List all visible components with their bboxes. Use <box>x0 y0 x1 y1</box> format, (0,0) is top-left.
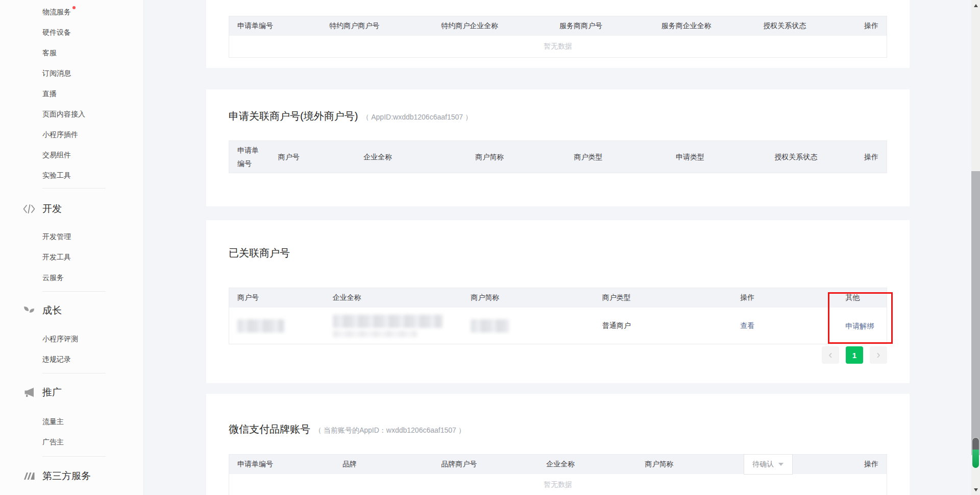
sidebar-item-traffic-owner[interactable]: 流量主 <box>0 411 143 432</box>
apply-unbind-link[interactable]: 申请解绑 <box>845 319 874 333</box>
col-company-name: 企业全称 <box>325 293 462 302</box>
col-merchant-type: 商户类型 <box>594 293 732 302</box>
sidebar-item-cloud-service[interactable]: 云服务 <box>0 267 143 288</box>
sidebar-item-label: 硬件设备 <box>42 28 71 36</box>
sidebar-item-label: 开发工具 <box>42 253 71 261</box>
section-title: 微信支付品牌账号 <box>229 422 310 436</box>
sidebar-item-label: 流量主 <box>42 417 64 426</box>
col-merchant-id: 商户号 <box>270 150 355 163</box>
sidebar-group-third-party[interactable]: 第三方服务 <box>0 466 143 486</box>
sidebar-item-dev-manage[interactable]: 开发管理 <box>0 226 143 247</box>
sidebar-group-label: 开发 <box>42 202 62 216</box>
sidebar-item-label: 小程序评测 <box>42 335 78 343</box>
sidebar-item-live[interactable]: 直播 <box>0 83 143 103</box>
sidebar-item-label: 广告主 <box>42 438 64 446</box>
sidebar-item-hardware[interactable]: 硬件设备 <box>0 21 143 42</box>
page-1-button[interactable]: 1 <box>846 346 863 364</box>
sidebar-item-label: 客服 <box>42 49 57 57</box>
sidebar-group-growth[interactable]: 成长 <box>0 300 143 321</box>
col-merchant-id: 商户号 <box>229 293 325 302</box>
sidebar-item-advertiser[interactable]: 广告主 <box>0 432 143 452</box>
status-filter-dropdown[interactable]: 待确认 <box>744 454 793 475</box>
view-link[interactable]: 查看 <box>740 321 754 329</box>
sidebar-item-page-content[interactable]: 页面内容接入 <box>0 103 143 124</box>
col-merchant-short-name: 商户简称 <box>637 460 736 469</box>
linked-merchant-row: 普通商户 查看 申请解绑 <box>229 308 887 344</box>
merchant-type-value: 普通商户 <box>594 321 732 331</box>
section-title: 申请关联商户号(境外商户号) <box>229 109 358 123</box>
scroll-up-arrow-icon[interactable] <box>974 4 978 7</box>
col-company-name: 企业全称 <box>538 460 636 469</box>
col-brand: 品牌 <box>334 460 433 469</box>
scrollbar-thumb[interactable] <box>971 171 980 455</box>
table-header-row: 申请单编号 特约商户商户号 特约商户企业全称 服务商商户号 服务商企业全称 授权… <box>229 16 887 36</box>
sidebar-item-customer-service[interactable]: 客服 <box>0 42 143 62</box>
sidebar-item-plugin[interactable]: 小程序插件 <box>0 124 143 144</box>
col-other: 其他 <box>837 293 887 302</box>
next-page-button[interactable]: › <box>870 346 887 364</box>
sidebar-divider <box>42 188 106 188</box>
vertical-scrollbar[interactable] <box>971 0 980 495</box>
sidebar-item-mp-evaluation[interactable]: 小程序评测 <box>0 328 143 349</box>
sidebar-item-label: 交易组件 <box>42 151 71 159</box>
card-overseas-merchant: 申请关联商户号(境外商户号) （ AppID:wxddb1206c6aaf150… <box>206 89 910 206</box>
table-header-row: 商户号 企业全称 商户简称 商户类型 操作 其他 <box>229 288 887 308</box>
col-provider-name: 服务商企业全称 <box>653 21 755 31</box>
sidebar-group-label: 成长 <box>42 304 62 317</box>
col-merchant-short-name: 商户简称 <box>467 150 566 163</box>
prev-page-button[interactable]: ‹ <box>822 346 839 364</box>
col-action: 操作 <box>834 21 887 31</box>
sidebar-divider <box>42 456 106 457</box>
table-header-row: 申请单编号 商户号 企业全称 商户简称 商户类型 申请类型 授权关系状态 操作 <box>229 141 887 173</box>
sidebar-item-trade-component[interactable]: 交易组件 <box>0 144 143 164</box>
col-brand-merchant-id: 品牌商户号 <box>433 460 538 469</box>
sidebar-divider <box>42 291 106 292</box>
sidebar-item-label: 小程序插件 <box>42 130 78 138</box>
col-company-name: 企业全称 <box>355 150 467 163</box>
sidebar-item-label: 实验工具 <box>42 171 71 179</box>
sidebar-item-logistics[interactable]: 物流服务 <box>0 1 143 21</box>
sidebar-item-label: 订阅消息 <box>42 69 71 77</box>
sidebar-item-label: 直播 <box>42 89 57 98</box>
scroll-down-arrow-icon[interactable] <box>974 488 978 491</box>
col-auth-status: 授权关系状态 <box>766 150 853 163</box>
status-filter-cell: 待确认 <box>736 454 808 475</box>
sidebar-item-label: 违规记录 <box>42 355 71 363</box>
sidebar-item-label: 开发管理 <box>42 232 71 241</box>
sidebar-item-dev-tools[interactable]: 开发工具 <box>0 247 143 267</box>
pagination: ‹ 1 › <box>229 346 887 364</box>
col-apply-no: 申请单编号 <box>229 21 321 31</box>
brand-account-table: 申请单编号 品牌 品牌商户号 企业全称 商户简称 待确认 操作 暂无数据 <box>229 454 887 495</box>
sidebar-item-label: 云服务 <box>42 273 64 281</box>
col-apply-no: 申请单编号 <box>229 144 270 170</box>
col-auth-status: 授权关系状态 <box>755 21 834 31</box>
col-provider-id: 服务商商户号 <box>551 21 653 31</box>
sidebar-group-promotion[interactable]: 推广 <box>0 382 143 403</box>
empty-state: 暂无数据 <box>229 36 887 57</box>
sidebar-item-lab-tools[interactable]: 实验工具 <box>0 164 143 185</box>
scrollbar-overlay-indicator <box>972 438 979 468</box>
red-dot-badge <box>72 6 76 9</box>
sidebar-item-subscribe-message[interactable]: 订阅消息 <box>0 62 143 83</box>
overseas-merchant-table: 申请单编号 商户号 企业全称 商户简称 商户类型 申请类型 授权关系状态 操作 <box>229 140 887 173</box>
third-party-service-icon <box>22 470 36 482</box>
card-wxpay-brand-account: 微信支付品牌账号 （ 当前账号的AppID：wxddb1206c6aaf1507… <box>206 394 910 495</box>
sidebar: 物流服务 硬件设备 客服 订阅消息 直播 页面内容接入 小程序插件 交易组件 实… <box>0 0 144 495</box>
authorization-table: 申请单编号 特约商户商户号 特约商户企业全称 服务商商户号 服务商企业全称 授权… <box>229 16 887 58</box>
sidebar-item-violation-record[interactable]: 违规记录 <box>0 349 143 369</box>
sidebar-group-develop[interactable]: 开发 <box>0 199 143 219</box>
card-authorization-table: 申请单编号 特约商户商户号 特约商户企业全称 服务商商户号 服务商企业全称 授权… <box>206 0 910 68</box>
wechat-miniprogram-console-page: { "sidebar": { "items": [ {"label": "物流服… <box>0 0 980 495</box>
sprout-icon <box>22 304 36 317</box>
section-title: 已关联商户号 <box>229 246 290 260</box>
appid-note: （ AppID:wxddb1206c6aaf1507 ） <box>362 113 472 122</box>
empty-state: 暂无数据 <box>229 474 887 495</box>
col-action: 操作 <box>854 150 887 163</box>
chevron-down-icon <box>778 463 783 466</box>
sidebar-group-label: 推广 <box>42 386 62 399</box>
col-apply-type: 申请类型 <box>668 150 766 163</box>
sidebar-item-label: 页面内容接入 <box>42 110 85 118</box>
table-header-row: 申请单编号 品牌 品牌商户号 企业全称 商户简称 待确认 操作 <box>229 455 887 474</box>
linked-merchant-table: 商户号 企业全称 商户简称 商户类型 操作 其他 普通商户 查看 申请解绑 <box>229 288 887 344</box>
code-icon <box>22 203 36 215</box>
